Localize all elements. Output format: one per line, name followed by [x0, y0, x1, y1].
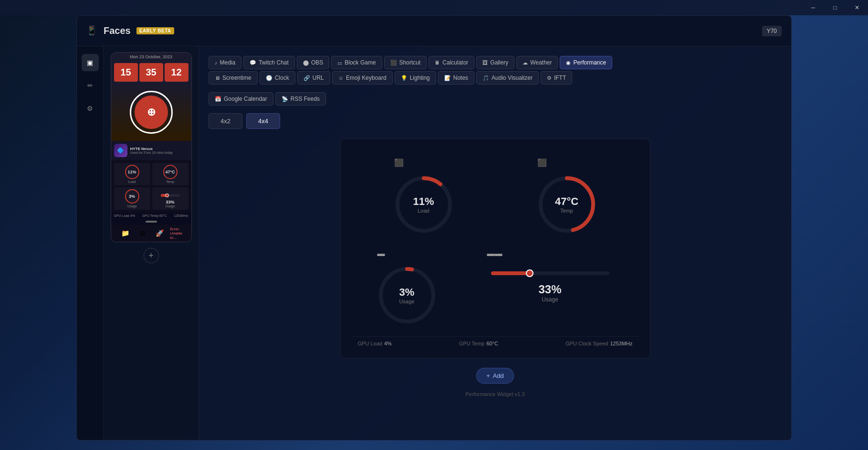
- mini-ram-bar-val: 33%: [166, 200, 174, 204]
- app-icon-preview: 🔷: [114, 144, 127, 157]
- tab-google-calendar[interactable]: 📅 Google Calendar: [209, 92, 273, 106]
- titlebar: ─ □ ✕: [0, 0, 868, 15]
- sidebar-item-panels[interactable]: ▣: [82, 54, 99, 71]
- mini-gauge-cpu-load: 11% Load: [114, 163, 150, 185]
- screentime-icon: 🖥: [215, 75, 220, 81]
- tab-block-game-label: Block Game: [345, 59, 376, 66]
- tabs-row-2: 🖥 Screentime 🕐 Clock 🔗 URL ☺ Emoji Keybo…: [209, 71, 782, 85]
- lighting-icon: 💡: [401, 75, 408, 81]
- clock-minutes: 35: [139, 63, 163, 82]
- tab-gallery[interactable]: 🖼 Gallery: [476, 56, 514, 69]
- app-sub: Used for 5 hrs 19 mins today: [130, 151, 188, 154]
- tab-rss-feeds[interactable]: 📡 RSS Feeds: [275, 92, 326, 106]
- gpu-temp-mini: GPU Temp 60°C: [142, 214, 167, 217]
- tab-media[interactable]: ♪ Media: [209, 56, 241, 69]
- tab-emoji-keyboard[interactable]: ☺ Emoji Keyboard: [332, 71, 393, 85]
- cpu-temp-icon: ⬛: [537, 158, 547, 167]
- tab-clock[interactable]: 🕐 Clock: [260, 71, 295, 85]
- mini-cpu-temp-lbl: Temp: [166, 180, 174, 183]
- tab-iftt[interactable]: ⚙ IFTT: [541, 71, 572, 85]
- settings-icon: ⚙: [87, 105, 93, 112]
- tab-weather[interactable]: ☁ Weather: [516, 56, 558, 69]
- tab-calculator-label: Calculator: [442, 59, 468, 66]
- ram-usage-gauge: 3% Usage: [374, 262, 440, 329]
- close-button[interactable]: ✕: [846, 0, 868, 15]
- widget-area: ♪ Media 💬 Twitch Chat ⬤ OBS ⚏ Block Game: [199, 46, 791, 440]
- gpu-load-mini: GPU Load 4%: [114, 214, 136, 217]
- ram-usage-label: Usage: [399, 299, 415, 304]
- plus-icon: +: [148, 251, 154, 261]
- tab-block-game[interactable]: ⚏ Block Game: [331, 56, 382, 69]
- tab-obs[interactable]: ⬤ OBS: [297, 56, 329, 69]
- add-widget-button[interactable]: + Add: [476, 368, 514, 384]
- tab-lighting[interactable]: 💡 Lighting: [395, 71, 436, 85]
- tab-rss-label: RSS Feeds: [291, 96, 320, 102]
- tab-media-label: Media: [220, 59, 236, 66]
- sidebar-item-settings[interactable]: ⚙: [82, 100, 99, 117]
- tabs-row-1: ♪ Media 💬 Twitch Chat ⬤ OBS ⚏ Block Game: [209, 56, 782, 69]
- tab-twitch-chat[interactable]: 💬 Twitch Chat: [243, 56, 295, 69]
- tab-screentime-label: Screentime: [222, 75, 251, 81]
- phone-logo-area: ⊕: [111, 84, 191, 141]
- gallery-icon: 🖼: [482, 60, 488, 65]
- block-game-icon: ⚏: [337, 60, 342, 66]
- clock-icon: 🕐: [266, 75, 272, 81]
- phone-app-row: 🔷 HYTE Nexus Used for 5 hrs 19 mins toda…: [111, 141, 191, 160]
- layout-4x4-button[interactable]: 4x4: [246, 113, 280, 129]
- sidebar-item-edit[interactable]: ✏: [82, 77, 99, 94]
- phone-clock-row: 15 35 12: [111, 61, 191, 84]
- edit-icon: ✏: [87, 82, 93, 89]
- tab-lighting-label: Lighting: [410, 75, 430, 81]
- tab-calendar-label: Google Calendar: [224, 96, 267, 102]
- ram-usage-value: 3%: [399, 286, 415, 299]
- twitch-icon: 💬: [250, 60, 256, 66]
- gpu-clock-mini: 1253MHz: [174, 214, 188, 217]
- gpu-load-stat: GPU Load 4%: [358, 341, 392, 346]
- mini-gauge-ram2: 33% Usage: [152, 187, 188, 210]
- phone-folder-icon: 📁: [119, 226, 132, 240]
- obs-icon: ⬤: [303, 60, 309, 66]
- ram-bar-percent: 33%: [538, 283, 561, 296]
- app-name: HYTE Nexus: [130, 147, 188, 151]
- tab-performance[interactable]: ◉ Performance: [560, 56, 612, 69]
- maximize-button[interactable]: □: [824, 0, 846, 15]
- tab-audio-visualizer[interactable]: 🎵 Audio Visualizer: [476, 71, 539, 85]
- ram-usage-gauge-header: ▬: [374, 249, 440, 258]
- tab-url[interactable]: 🔗 URL: [297, 71, 330, 85]
- gpu-temp-stat-label: GPU Temp: [459, 341, 485, 346]
- ram-bar-label: Usage: [542, 296, 558, 303]
- mini-ram-val: 3%: [129, 194, 135, 199]
- rss-icon: 📡: [282, 96, 288, 102]
- cpu-temp-value: 47°C: [555, 195, 578, 208]
- cpu-load-gauge-cell: ⬛ 11% Load: [390, 158, 457, 238]
- tab-iftt-label: IFTT: [554, 75, 566, 81]
- gpu-temp-stat: GPU Temp 60°C: [459, 341, 498, 346]
- scroll-indicator: [111, 219, 191, 225]
- tab-gallery-label: Gallery: [490, 59, 508, 66]
- ram-bar-thumb: [526, 269, 533, 277]
- mini-ram-bar-lbl: Usage: [165, 204, 175, 208]
- layout-4x2-button[interactable]: 4x2: [209, 113, 242, 129]
- tab-notes-label: Notes: [453, 75, 468, 81]
- mini-cpu-load-val: 11%: [127, 170, 136, 174]
- preview-panel: Mon 23 October, 2023 15 35 12 ⊕: [104, 46, 199, 440]
- performance-widget-card: ⬛ 11% Load: [340, 139, 650, 358]
- gpu-clock-stat-value: 1253MHz: [610, 341, 632, 346]
- weather-icon: ☁: [523, 60, 528, 66]
- cpu-temp-gauge-cell: ⬛ 47°C Temp: [533, 158, 600, 238]
- tabs-row-3: 📅 Google Calendar 📡 RSS Feeds: [209, 92, 782, 106]
- notes-icon: 📝: [444, 75, 451, 81]
- minimize-button[interactable]: ─: [802, 0, 824, 15]
- device-badge: Y70: [762, 26, 782, 36]
- layout-selector: 4x2 4x4: [209, 113, 782, 129]
- tab-screentime[interactable]: 🖥 Screentime: [209, 71, 258, 85]
- add-device-button[interactable]: +: [144, 248, 159, 263]
- mini-gauge-cpu-temp: 47°C Temp: [152, 163, 188, 185]
- tab-notes[interactable]: 📝 Notes: [438, 71, 474, 85]
- cpu-load-gauge-header: ⬛: [390, 158, 457, 167]
- tab-calculator[interactable]: 🖩 Calculator: [429, 56, 474, 69]
- emoji-icon: ☺: [338, 75, 344, 81]
- panels-icon: ▣: [87, 59, 93, 66]
- cpu-temp-center: 47°C Temp: [533, 171, 600, 238]
- tab-shortcut[interactable]: ⬛ Shortcut: [384, 56, 427, 69]
